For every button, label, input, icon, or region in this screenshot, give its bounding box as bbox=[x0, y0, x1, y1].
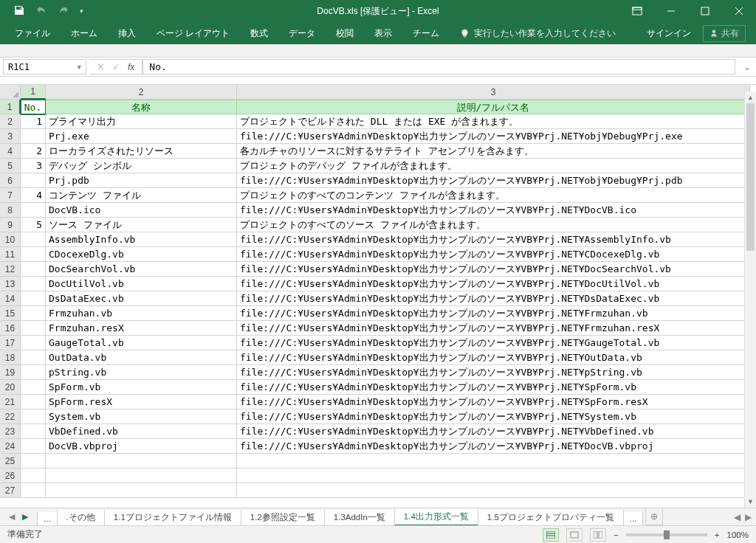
cell[interactable] bbox=[21, 395, 46, 409]
cell[interactable]: file:///C:¥Users¥Admin¥Desktop¥出力サンプルのソー… bbox=[237, 321, 750, 336]
cell[interactable]: 2 bbox=[21, 144, 46, 159]
cell[interactable]: No. bbox=[21, 100, 46, 114]
row-header[interactable]: 26 bbox=[0, 468, 21, 483]
cell[interactable] bbox=[21, 483, 46, 498]
cell[interactable]: file:///C:¥Users¥Admin¥Desktop¥出力サンプルのソー… bbox=[237, 424, 750, 439]
zoom-out-button[interactable]: − bbox=[614, 530, 619, 539]
cell[interactable]: コンテンツ ファイル bbox=[46, 188, 237, 203]
cell[interactable]: file:///C:¥Users¥Admin¥Desktop¥出力サンプルのソー… bbox=[237, 203, 750, 218]
hscroll-left-icon[interactable]: ◀ bbox=[734, 512, 740, 522]
cell[interactable]: file:///C:¥Users¥Admin¥Desktop¥出力サンプルのソー… bbox=[237, 277, 750, 291]
undo-icon[interactable] bbox=[35, 4, 47, 18]
sheet-tab[interactable]: 1.2参照設定一覧 bbox=[241, 510, 325, 526]
column-header[interactable]: 2 bbox=[46, 85, 237, 100]
cell[interactable] bbox=[21, 424, 46, 439]
row-header[interactable]: 12 bbox=[0, 262, 21, 277]
formula-input[interactable]: No. bbox=[142, 59, 735, 75]
sheet-tab[interactable]: 1.5プロジェクトプロパティ一覧 bbox=[478, 510, 624, 526]
sheet-tab[interactable]: 1.4出力形式一覧 bbox=[394, 509, 478, 526]
enter-formula-icon[interactable]: ✓ bbox=[112, 61, 120, 72]
cell[interactable]: file:///C:¥Users¥Admin¥Desktop¥出力サンプルのソー… bbox=[237, 173, 750, 188]
cell[interactable] bbox=[46, 454, 237, 468]
cell[interactable] bbox=[237, 468, 750, 483]
cell[interactable] bbox=[21, 173, 46, 188]
tell-me-search[interactable]: 実行したい作業を入力してください bbox=[450, 27, 616, 40]
scroll-up-icon[interactable]: ▲ bbox=[745, 91, 756, 103]
tab-team[interactable]: チーム bbox=[402, 22, 450, 44]
cell[interactable]: DocVB.ico bbox=[46, 203, 237, 218]
row-header[interactable]: 23 bbox=[0, 424, 21, 439]
cell[interactable]: デバッグ シンボル bbox=[46, 159, 237, 173]
vertical-scrollbar[interactable]: ▲ ▼ bbox=[744, 91, 756, 508]
cell[interactable]: 4 bbox=[21, 188, 46, 203]
scroll-down-icon[interactable]: ▼ bbox=[745, 496, 756, 508]
cell[interactable] bbox=[21, 321, 46, 336]
cell[interactable]: 名称 bbox=[46, 100, 237, 114]
sheet-tab[interactable]: .その他 bbox=[57, 510, 105, 526]
cell[interactable]: DocSearchVol.vb bbox=[46, 262, 237, 277]
row-header[interactable]: 20 bbox=[0, 380, 21, 395]
expand-formula-bar-icon[interactable]: ⌄ bbox=[738, 58, 756, 76]
cell[interactable] bbox=[46, 483, 237, 498]
cell[interactable] bbox=[21, 468, 46, 483]
zoom-in-button[interactable]: + bbox=[715, 530, 720, 539]
cell[interactable]: SpForm.resX bbox=[46, 395, 237, 409]
cell[interactable]: CDocexeDlg.vb bbox=[46, 247, 237, 262]
cell[interactable]: 5 bbox=[21, 218, 46, 232]
cell[interactable]: file:///C:¥Users¥Admin¥Desktop¥出力サンプルのソー… bbox=[237, 380, 750, 395]
cell[interactable]: Frmzuhan.resX bbox=[46, 321, 237, 336]
cell[interactable]: VbDefined.vb bbox=[46, 424, 237, 439]
cell[interactable] bbox=[237, 483, 750, 498]
row-header[interactable]: 1 bbox=[0, 100, 21, 114]
cell[interactable]: 各カルチャのリソースに対するサテライト アセンブリを含みます。 bbox=[237, 144, 750, 159]
column-header[interactable]: 3 bbox=[237, 85, 750, 100]
cell[interactable]: file:///C:¥Users¥Admin¥Desktop¥出力サンプルのソー… bbox=[237, 291, 750, 306]
tab-home[interactable]: ホーム bbox=[61, 22, 108, 44]
redo-icon[interactable] bbox=[58, 4, 69, 18]
tab-file[interactable]: ファイル bbox=[4, 22, 61, 44]
row-header[interactable]: 15 bbox=[0, 306, 21, 321]
tab-review[interactable]: 校閲 bbox=[326, 22, 364, 44]
row-header[interactable]: 14 bbox=[0, 291, 21, 306]
row-header[interactable]: 18 bbox=[0, 350, 21, 365]
view-normal-icon[interactable] bbox=[543, 528, 559, 542]
name-box[interactable]: R1C1 ▼ bbox=[3, 59, 86, 75]
cell[interactable]: ローカライズされたリソース bbox=[46, 144, 237, 159]
new-sheet-button[interactable]: ⊕ bbox=[645, 508, 663, 525]
row-header[interactable]: 16 bbox=[0, 321, 21, 336]
cell[interactable]: file:///C:¥Users¥Admin¥Desktop¥出力サンプルのソー… bbox=[237, 232, 750, 247]
cell[interactable] bbox=[21, 306, 46, 321]
cell[interactable]: Prj.exe bbox=[46, 129, 237, 144]
cell[interactable]: file:///C:¥Users¥Admin¥Desktop¥出力サンプルのソー… bbox=[237, 365, 750, 380]
hscroll-right-icon[interactable]: ▶ bbox=[745, 512, 752, 522]
cell[interactable] bbox=[237, 454, 750, 468]
row-header[interactable]: 17 bbox=[0, 336, 21, 350]
cell[interactable] bbox=[21, 277, 46, 291]
cell[interactable]: System.vb bbox=[46, 409, 237, 424]
cell[interactable]: AssemblyInfo.vb bbox=[46, 232, 237, 247]
maximize-button[interactable] bbox=[688, 0, 722, 22]
zoom-level[interactable]: 100% bbox=[727, 530, 749, 539]
cell[interactable]: file:///C:¥Users¥Admin¥Desktop¥出力サンプルのソー… bbox=[237, 409, 750, 424]
cell[interactable]: file:///C:¥Users¥Admin¥Desktop¥出力サンプルのソー… bbox=[237, 439, 750, 454]
cell[interactable]: pString.vb bbox=[46, 365, 237, 380]
sheet-nav-next-icon[interactable]: ▶ bbox=[22, 512, 28, 522]
minimize-button[interactable] bbox=[654, 0, 688, 22]
cancel-formula-icon[interactable]: ✕ bbox=[97, 61, 105, 72]
row-header[interactable]: 22 bbox=[0, 409, 21, 424]
view-page-break-icon[interactable] bbox=[590, 528, 606, 542]
sheet-tab[interactable]: 1.3AddIn一覧 bbox=[324, 510, 395, 526]
row-header[interactable]: 9 bbox=[0, 218, 21, 232]
sheet-tab-overflow-left[interactable]: ... bbox=[37, 512, 58, 526]
row-header[interactable]: 25 bbox=[0, 454, 21, 468]
row-header[interactable]: 21 bbox=[0, 395, 21, 409]
cell[interactable]: file:///C:¥Users¥Admin¥Desktop¥出力サンプルのソー… bbox=[237, 262, 750, 277]
row-header[interactable]: 24 bbox=[0, 439, 21, 454]
cell[interactable] bbox=[46, 468, 237, 483]
row-header[interactable]: 27 bbox=[0, 483, 21, 498]
cell[interactable]: OutData.vb bbox=[46, 350, 237, 365]
horizontal-scroll[interactable]: ◀ ▶ bbox=[663, 508, 756, 525]
cell[interactable]: GaugeTotal.vb bbox=[46, 336, 237, 350]
sign-in-link[interactable]: サインイン bbox=[647, 27, 691, 40]
sheet-tab-overflow-right[interactable]: ... bbox=[623, 512, 644, 526]
